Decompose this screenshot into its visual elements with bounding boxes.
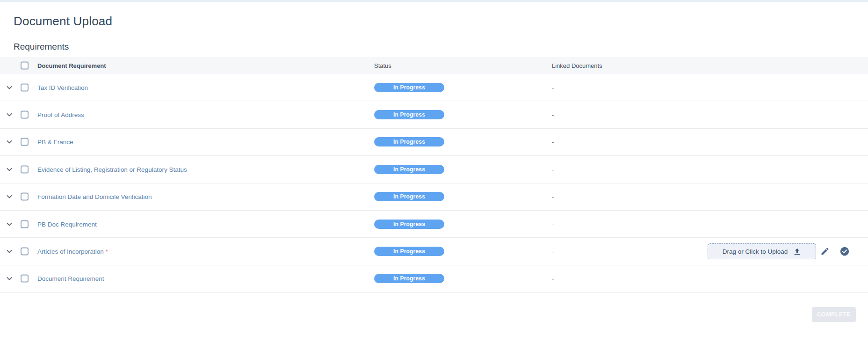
table-row: PB Doc Requirement In Progress - bbox=[0, 211, 868, 238]
chevron-down-icon bbox=[6, 275, 13, 282]
requirement-link[interactable]: Tax ID Verification bbox=[37, 84, 90, 91]
chevron-down-icon bbox=[6, 193, 13, 200]
complete-button[interactable]: COMPLETE bbox=[812, 307, 856, 322]
requirement-link[interactable]: PB & France bbox=[37, 139, 75, 146]
row-checkbox[interactable] bbox=[21, 111, 29, 119]
requirement-name: Evidence of Listing, Registration or Reg… bbox=[37, 166, 187, 173]
requirement-name: Tax ID Verification bbox=[37, 84, 88, 91]
status-badge: In Progress bbox=[374, 110, 444, 119]
linked-documents-value: - bbox=[552, 84, 554, 91]
expand-row-button[interactable] bbox=[5, 83, 14, 92]
column-header-status: Status bbox=[374, 62, 391, 69]
table-row: PB & France In Progress - bbox=[0, 129, 868, 156]
requirement-link[interactable]: Document Requirement bbox=[37, 275, 106, 282]
requirement-name: Formation Date and Domicile Verification bbox=[37, 193, 152, 200]
requirement-link[interactable]: Formation Date and Domicile Verification bbox=[37, 193, 154, 200]
expand-row-button[interactable] bbox=[5, 274, 14, 283]
upload-icon bbox=[793, 248, 801, 256]
requirement-name: Document Requirement bbox=[37, 275, 104, 282]
status-badge: In Progress bbox=[374, 137, 444, 147]
document-upload-page: Document Upload Requirements Document Re… bbox=[0, 0, 868, 337]
row-checkbox[interactable] bbox=[21, 248, 29, 256]
expand-row-button[interactable] bbox=[5, 220, 14, 228]
chevron-down-icon bbox=[6, 84, 13, 91]
requirement-name: PB Doc Requirement bbox=[37, 220, 97, 227]
table-row: Evidence of Listing, Registration or Reg… bbox=[0, 156, 868, 183]
linked-documents-value: - bbox=[552, 193, 554, 200]
linked-documents-value: - bbox=[552, 248, 554, 255]
requirement-link[interactable]: Proof of Address bbox=[37, 111, 86, 118]
requirement-name: Proof of Address bbox=[37, 111, 84, 118]
edit-icon bbox=[820, 247, 830, 256]
column-header-linked-documents: Linked Documents bbox=[552, 62, 602, 69]
row-checkbox[interactable] bbox=[21, 275, 29, 283]
requirement-link[interactable]: Evidence of Listing, Registration or Reg… bbox=[37, 166, 189, 173]
row-checkbox[interactable] bbox=[21, 220, 29, 228]
row-checkbox[interactable] bbox=[21, 165, 29, 173]
requirement-name: Articles of Incorporation bbox=[37, 248, 104, 255]
table-row: Formation Date and Domicile Verification… bbox=[0, 183, 868, 211]
expand-row-button[interactable] bbox=[5, 138, 14, 146]
linked-documents-value: - bbox=[552, 166, 554, 173]
table-row: Articles of Incorporation* In Progress -… bbox=[0, 238, 868, 265]
chevron-down-icon bbox=[6, 111, 13, 118]
requirement-link[interactable]: Articles of Incorporation* bbox=[37, 248, 108, 255]
edit-button[interactable] bbox=[819, 246, 831, 257]
linked-documents-value: - bbox=[552, 139, 554, 146]
check-circle-icon bbox=[839, 246, 850, 256]
chevron-down-icon bbox=[6, 248, 13, 255]
section-title-requirements: Requirements bbox=[14, 42, 69, 52]
table-row: Document Requirement In Progress - bbox=[0, 265, 868, 293]
linked-documents-value: - bbox=[552, 111, 554, 118]
status-badge: In Progress bbox=[374, 192, 444, 201]
select-all-checkbox[interactable] bbox=[21, 62, 29, 70]
expand-row-button[interactable] bbox=[5, 192, 14, 201]
chevron-down-icon bbox=[6, 138, 13, 146]
chevron-down-icon bbox=[6, 166, 13, 173]
table-header-row: Document Requirement Status Linked Docum… bbox=[0, 57, 868, 74]
expand-row-button[interactable] bbox=[5, 247, 14, 256]
table-row: Proof of Address In Progress - bbox=[0, 101, 868, 128]
linked-documents-value: - bbox=[552, 220, 554, 227]
status-badge: In Progress bbox=[374, 83, 444, 92]
requirement-link[interactable]: PB Doc Requirement bbox=[37, 220, 99, 227]
linked-documents-value: - bbox=[552, 275, 554, 282]
row-checkbox[interactable] bbox=[21, 83, 29, 91]
upload-dropzone-button[interactable]: Drag or Click to Upload bbox=[708, 243, 816, 259]
top-border-strip bbox=[0, 0, 868, 2]
status-badge: In Progress bbox=[374, 165, 444, 174]
status-badge: In Progress bbox=[374, 247, 444, 256]
requirement-name: PB & France bbox=[37, 139, 73, 146]
requirements-table-body: Tax ID Verification In Progress - bbox=[0, 74, 868, 293]
approve-button[interactable] bbox=[839, 246, 850, 257]
row-checkbox[interactable] bbox=[21, 138, 29, 146]
expand-row-button[interactable] bbox=[5, 110, 14, 119]
upload-button-label: Drag or Click to Upload bbox=[723, 248, 788, 255]
status-badge: In Progress bbox=[374, 220, 444, 229]
column-header-document-requirement: Document Requirement bbox=[37, 62, 106, 69]
row-checkbox[interactable] bbox=[21, 193, 29, 201]
expand-row-button[interactable] bbox=[5, 165, 14, 174]
chevron-down-icon bbox=[6, 220, 13, 228]
page-title: Document Upload bbox=[14, 14, 112, 29]
required-asterisk: * bbox=[106, 248, 108, 255]
status-badge: In Progress bbox=[374, 274, 444, 283]
table-row: Tax ID Verification In Progress - bbox=[0, 74, 868, 101]
